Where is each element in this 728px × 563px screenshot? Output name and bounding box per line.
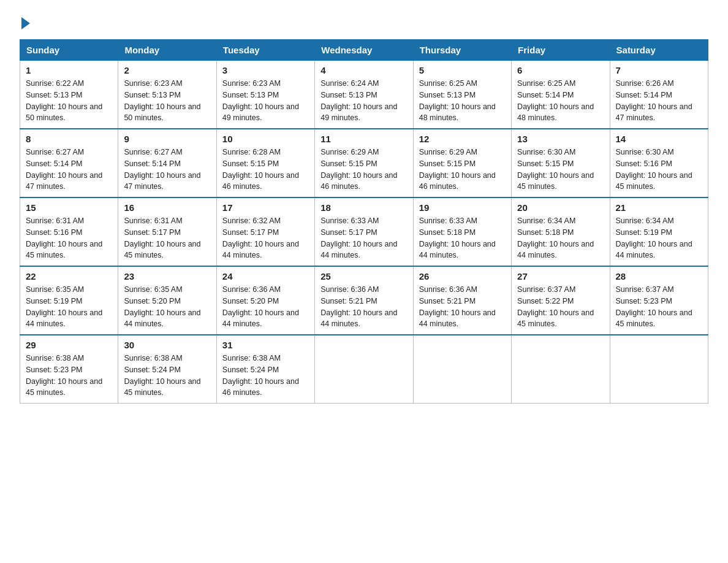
day-number: 18 [320, 202, 407, 213]
calendar-week-row: 22 Sunrise: 6:35 AM Sunset: 5:19 PM Dayl… [20, 266, 708, 335]
day-info: Sunrise: 6:36 AM Sunset: 5:21 PM Dayligh… [320, 284, 407, 330]
sunset-label: Sunset: 5:23 PM [616, 297, 672, 305]
day-number: 24 [222, 271, 309, 282]
calendar-day-cell: 23 Sunrise: 6:35 AM Sunset: 5:20 PM Dayl… [118, 266, 216, 335]
daylight-label: Daylight: 10 hours and 44 minutes. [419, 308, 496, 329]
day-info: Sunrise: 6:26 AM Sunset: 5:14 PM Dayligh… [616, 78, 702, 124]
daylight-label: Daylight: 10 hours and 44 minutes. [616, 240, 692, 260]
sunset-label: Sunset: 5:24 PM [222, 366, 279, 374]
day-info: Sunrise: 6:36 AM Sunset: 5:20 PM Dayligh… [222, 284, 309, 330]
sunrise-label: Sunrise: 6:27 AM [26, 148, 84, 156]
daylight-label: Daylight: 10 hours and 44 minutes. [419, 240, 496, 260]
calendar-day-cell: 10 Sunrise: 6:28 AM Sunset: 5:15 PM Dayl… [216, 129, 314, 197]
daylight-label: Daylight: 10 hours and 50 minutes. [26, 102, 102, 123]
day-number: 31 [222, 340, 309, 350]
day-of-week-header: Saturday [610, 40, 708, 61]
sunset-label: Sunset: 5:15 PM [517, 159, 574, 168]
calendar-day-cell: 19 Sunrise: 6:33 AM Sunset: 5:18 PM Dayl… [413, 197, 511, 266]
sunrise-label: Sunrise: 6:33 AM [320, 216, 379, 225]
calendar-day-cell: 31 Sunrise: 6:38 AM Sunset: 5:24 PM Dayl… [216, 335, 314, 404]
calendar-day-cell: 6 Sunrise: 6:25 AM Sunset: 5:14 PM Dayli… [512, 61, 610, 129]
day-number: 23 [124, 271, 210, 282]
sunset-label: Sunset: 5:17 PM [124, 228, 180, 237]
day-number: 20 [517, 202, 604, 213]
calendar-day-cell: 25 Sunrise: 6:36 AM Sunset: 5:21 PM Dayl… [315, 266, 413, 335]
sunset-label: Sunset: 5:14 PM [616, 91, 672, 99]
sunset-label: Sunset: 5:15 PM [419, 159, 476, 168]
day-number: 11 [320, 134, 407, 144]
daylight-label: Daylight: 10 hours and 45 minutes. [26, 377, 102, 397]
day-info: Sunrise: 6:32 AM Sunset: 5:17 PM Dayligh… [222, 215, 309, 261]
daylight-label: Daylight: 10 hours and 44 minutes. [26, 308, 102, 329]
day-info: Sunrise: 6:27 AM Sunset: 5:14 PM Dayligh… [124, 147, 210, 193]
calendar-week-row: 15 Sunrise: 6:31 AM Sunset: 5:16 PM Dayl… [20, 197, 708, 266]
sunset-label: Sunset: 5:13 PM [222, 91, 279, 99]
sunset-label: Sunset: 5:20 PM [124, 297, 180, 305]
sunrise-label: Sunrise: 6:37 AM [616, 285, 674, 294]
daylight-label: Daylight: 10 hours and 47 minutes. [616, 102, 692, 123]
sunrise-label: Sunrise: 6:29 AM [320, 148, 379, 156]
day-info: Sunrise: 6:34 AM Sunset: 5:19 PM Dayligh… [616, 215, 702, 261]
day-info: Sunrise: 6:33 AM Sunset: 5:17 PM Dayligh… [320, 215, 407, 261]
day-number: 1 [26, 65, 112, 75]
day-number: 2 [124, 65, 210, 75]
day-info: Sunrise: 6:23 AM Sunset: 5:13 PM Dayligh… [222, 78, 309, 124]
calendar-day-cell: 3 Sunrise: 6:23 AM Sunset: 5:13 PM Dayli… [216, 61, 314, 129]
sunrise-label: Sunrise: 6:36 AM [320, 285, 379, 294]
daylight-label: Daylight: 10 hours and 46 minutes. [419, 171, 496, 191]
day-info: Sunrise: 6:37 AM Sunset: 5:23 PM Dayligh… [616, 284, 702, 330]
day-number: 13 [517, 134, 604, 144]
sunrise-label: Sunrise: 6:38 AM [26, 354, 84, 362]
sunrise-label: Sunrise: 6:38 AM [222, 354, 281, 362]
calendar-day-cell: 28 Sunrise: 6:37 AM Sunset: 5:23 PM Dayl… [610, 266, 708, 335]
daylight-label: Daylight: 10 hours and 49 minutes. [222, 102, 299, 123]
sunrise-label: Sunrise: 6:32 AM [222, 216, 281, 225]
calendar-day-cell: 9 Sunrise: 6:27 AM Sunset: 5:14 PM Dayli… [118, 129, 216, 197]
sunset-label: Sunset: 5:14 PM [124, 159, 180, 168]
day-info: Sunrise: 6:34 AM Sunset: 5:18 PM Dayligh… [517, 215, 604, 261]
sunset-label: Sunset: 5:16 PM [616, 159, 672, 168]
day-of-week-header: Sunday [20, 40, 118, 61]
sunrise-label: Sunrise: 6:23 AM [222, 79, 281, 88]
daylight-label: Daylight: 10 hours and 44 minutes. [124, 308, 200, 329]
day-number: 10 [222, 134, 309, 144]
daylight-label: Daylight: 10 hours and 48 minutes. [517, 102, 594, 123]
daylight-label: Daylight: 10 hours and 44 minutes. [222, 308, 299, 329]
day-info: Sunrise: 6:38 AM Sunset: 5:24 PM Dayligh… [222, 353, 309, 399]
day-of-week-header: Monday [118, 40, 216, 61]
day-number: 15 [26, 202, 112, 213]
sunset-label: Sunset: 5:18 PM [517, 228, 574, 237]
day-number: 8 [26, 134, 112, 144]
sunset-label: Sunset: 5:15 PM [320, 159, 377, 168]
logo [20, 15, 30, 27]
sunset-label: Sunset: 5:13 PM [419, 91, 476, 99]
day-number: 4 [320, 65, 407, 75]
sunset-label: Sunset: 5:14 PM [26, 159, 82, 168]
sunrise-label: Sunrise: 6:22 AM [26, 79, 84, 88]
sunset-label: Sunset: 5:13 PM [26, 91, 82, 99]
calendar-day-cell: 1 Sunrise: 6:22 AM Sunset: 5:13 PM Dayli… [20, 61, 118, 129]
day-info: Sunrise: 6:25 AM Sunset: 5:13 PM Dayligh… [419, 78, 506, 124]
sunset-label: Sunset: 5:22 PM [517, 297, 574, 305]
sunset-label: Sunset: 5:20 PM [222, 297, 279, 305]
sunrise-label: Sunrise: 6:28 AM [222, 148, 281, 156]
calendar-day-cell: 17 Sunrise: 6:32 AM Sunset: 5:17 PM Dayl… [216, 197, 314, 266]
daylight-label: Daylight: 10 hours and 49 minutes. [320, 102, 397, 123]
calendar-day-cell: 24 Sunrise: 6:36 AM Sunset: 5:20 PM Dayl… [216, 266, 314, 335]
day-number: 27 [517, 271, 604, 282]
sunrise-label: Sunrise: 6:23 AM [124, 79, 182, 88]
day-info: Sunrise: 6:29 AM Sunset: 5:15 PM Dayligh… [320, 147, 407, 193]
sunrise-label: Sunrise: 6:37 AM [517, 285, 575, 294]
calendar-day-cell: 21 Sunrise: 6:34 AM Sunset: 5:19 PM Dayl… [610, 197, 708, 266]
calendar-week-row: 8 Sunrise: 6:27 AM Sunset: 5:14 PM Dayli… [20, 129, 708, 197]
sunset-label: Sunset: 5:17 PM [320, 228, 377, 237]
day-info: Sunrise: 6:30 AM Sunset: 5:16 PM Dayligh… [616, 147, 702, 193]
sunrise-label: Sunrise: 6:35 AM [124, 285, 182, 294]
calendar-week-row: 1 Sunrise: 6:22 AM Sunset: 5:13 PM Dayli… [20, 61, 708, 129]
daylight-label: Daylight: 10 hours and 45 minutes. [517, 171, 594, 191]
day-number: 6 [517, 65, 604, 75]
calendar-week-row: 29 Sunrise: 6:38 AM Sunset: 5:23 PM Dayl… [20, 335, 708, 404]
day-info: Sunrise: 6:25 AM Sunset: 5:14 PM Dayligh… [517, 78, 604, 124]
day-info: Sunrise: 6:29 AM Sunset: 5:15 PM Dayligh… [419, 147, 506, 193]
sunrise-label: Sunrise: 6:35 AM [26, 285, 84, 294]
